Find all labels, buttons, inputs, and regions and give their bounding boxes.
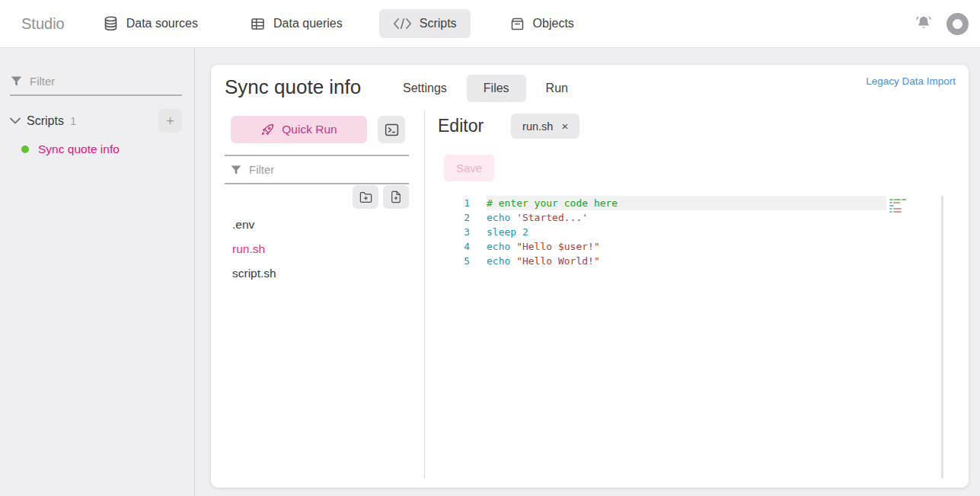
- sidebar-item-sync-quote-info[interactable]: Sync quote info: [21, 142, 194, 156]
- editor-header: Editor run.sh ×: [438, 114, 579, 139]
- nav-label: Objects: [533, 17, 574, 30]
- status-dot-icon: [21, 146, 29, 153]
- nav-right-group: [914, 13, 969, 35]
- code-token: echo: [487, 241, 510, 252]
- line-number: 5: [438, 254, 470, 268]
- scripts-sidebar: Scripts 1 + Sync quote info: [0, 49, 195, 496]
- filter-funnel-icon: [230, 164, 242, 176]
- code-token: echo: [487, 255, 510, 267]
- script-detail-card: Sync quote info Settings Files Run Legac…: [211, 65, 969, 488]
- file-item-script-sh[interactable]: script.sh: [225, 261, 409, 286]
- line-number: 4: [438, 239, 470, 254]
- code-line-content: # enter your code here: [487, 196, 886, 210]
- tree-item-label: Sync quote info: [38, 142, 120, 156]
- editor-title: Editor: [438, 116, 484, 136]
- code-token: [510, 212, 516, 223]
- add-script-button[interactable]: +: [158, 109, 182, 133]
- line-number: 1: [438, 196, 470, 210]
- tab-files[interactable]: Files: [467, 75, 526, 102]
- files-filter-input[interactable]: [249, 163, 407, 176]
- rocket-icon: [260, 123, 275, 137]
- script-tabs: Settings Files Run: [386, 75, 585, 102]
- terminal-icon: [384, 122, 400, 138]
- nav-item-data-sources[interactable]: Data sources: [89, 8, 212, 40]
- file-actions: [225, 185, 409, 209]
- tree-group-count: 1: [70, 114, 76, 127]
- close-icon[interactable]: ×: [561, 120, 568, 133]
- code-line[interactable]: 3 sleep 2: [438, 225, 956, 239]
- chevron-down-icon[interactable]: [10, 117, 21, 124]
- nav-item-objects[interactable]: Objects: [496, 8, 588, 40]
- nav-label: Data queries: [273, 17, 343, 30]
- notifications-bell-icon[interactable]: [914, 14, 934, 34]
- file-item-env[interactable]: .env: [225, 213, 409, 237]
- code-line[interactable]: 2 echo 'Started...': [438, 210, 956, 225]
- quick-run-button[interactable]: Quick Run: [231, 116, 367, 143]
- file-list: .env run.sh script.sh: [225, 213, 409, 286]
- page-title: Sync quote info: [225, 75, 361, 99]
- tree-group-label: Scripts: [27, 114, 64, 128]
- code-editor[interactable]: 1 # enter your code here 2 echo 'Started…: [438, 196, 956, 268]
- code-minimap: [889, 199, 909, 213]
- database-icon: [103, 15, 119, 32]
- sidebar-filter: [10, 75, 182, 96]
- file-item-run-sh[interactable]: run.sh: [225, 237, 409, 261]
- code-icon: [393, 17, 412, 30]
- line-number: 2: [438, 210, 470, 225]
- file-plus-icon: [389, 190, 403, 204]
- new-folder-button[interactable]: [353, 185, 378, 209]
- code-line[interactable]: 4 echo "Hello $user!": [438, 239, 956, 254]
- folder-plus-icon: [359, 190, 373, 204]
- editor-tab-run-sh[interactable]: run.sh ×: [511, 114, 579, 139]
- pane-divider: [424, 110, 425, 478]
- nav-label: Data sources: [126, 17, 198, 30]
- code-token: "Hello World!": [516, 255, 600, 267]
- code-line-content: echo "Hello World!": [487, 254, 886, 268]
- nav-item-scripts[interactable]: Scripts: [379, 9, 471, 38]
- legacy-data-import-link[interactable]: Legacy Data Import: [866, 75, 956, 87]
- code-token: # enter your code here: [487, 197, 618, 209]
- code-line[interactable]: 1 # enter your code here: [438, 196, 956, 210]
- save-button[interactable]: Save: [444, 155, 494, 181]
- archive-icon: [509, 16, 525, 32]
- filter-funnel-icon: [10, 75, 23, 88]
- code-line[interactable]: 5 echo "Hello World!": [438, 254, 956, 268]
- files-filter: [225, 155, 409, 184]
- code-token: sleep 2: [487, 226, 528, 238]
- table-icon: [250, 16, 266, 32]
- terminal-button[interactable]: [378, 116, 405, 143]
- code-token: 'Started...': [516, 212, 588, 223]
- line-number: 3: [438, 225, 470, 239]
- tab-run[interactable]: Run: [529, 75, 585, 102]
- sidebar-filter-input[interactable]: [30, 75, 182, 88]
- quick-run-label: Quick Run: [282, 123, 337, 136]
- new-file-button[interactable]: [383, 185, 409, 209]
- code-line-content: sleep 2: [487, 225, 886, 239]
- editor-tab-label: run.sh: [522, 120, 553, 133]
- code-token: [510, 255, 516, 267]
- code-token: echo: [487, 212, 510, 223]
- code-line-content: echo 'Started...': [487, 210, 886, 225]
- nav-label: Scripts: [420, 17, 457, 30]
- code-line-content: echo "Hello $user!": [487, 239, 886, 254]
- top-navigation-bar: Studio Data sources Data queries Scripts…: [0, 0, 980, 48]
- quick-run-row: Quick Run: [231, 116, 405, 143]
- nav-item-data-queries[interactable]: Data queries: [236, 8, 356, 40]
- code-token: [510, 241, 516, 252]
- tab-settings[interactable]: Settings: [386, 75, 464, 102]
- scripts-tree-header[interactable]: Scripts 1 +: [10, 109, 182, 133]
- app-brand: Studio: [21, 15, 65, 33]
- editor-scrollbar[interactable]: [941, 196, 943, 478]
- code-token: "Hello $user!": [516, 241, 600, 252]
- user-avatar[interactable]: [946, 13, 969, 35]
